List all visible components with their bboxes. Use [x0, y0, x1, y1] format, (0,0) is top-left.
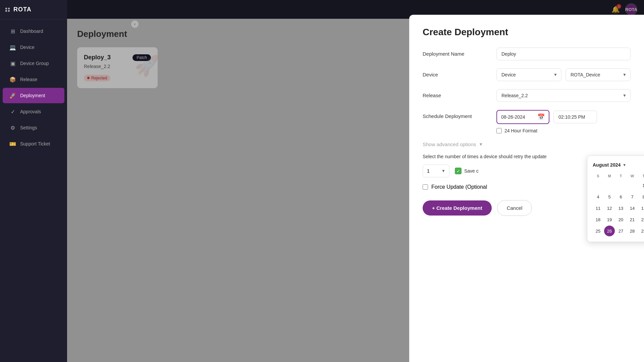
sidebar-item-release[interactable]: 📦 Release: [3, 72, 64, 87]
create-deployment-modal: Create Deployment Deployment Name Device…: [409, 15, 644, 362]
cal-day-13[interactable]: 13: [615, 203, 626, 214]
release-icon: 📦: [9, 76, 16, 83]
sidebar: ROTA ⊞ Dashboard 💻 Device ▣ Device Group…: [0, 0, 67, 362]
cal-day-14[interactable]: 14: [627, 203, 638, 214]
cal-day-8[interactable]: 8: [638, 191, 644, 202]
app-title: ROTA: [13, 6, 32, 13]
schedule-controls: 📅 24 Hour Format: [496, 110, 631, 133]
release-control: Release_2.2 Release_2.1 Release_2.0 ▼: [496, 89, 631, 102]
settings-icon: ⚙: [9, 124, 16, 131]
sidebar-item-label: Device Group: [20, 61, 49, 66]
cal-day-1[interactable]: 1: [638, 180, 644, 191]
cal-day-6[interactable]: 6: [615, 191, 626, 202]
device-row: Device Device Device Group ▼ ROTA_Device…: [423, 68, 631, 81]
sidebar-header: ROTA: [0, 0, 67, 19]
time-input[interactable]: [553, 111, 597, 123]
cal-day-28[interactable]: 28: [627, 226, 638, 236]
cal-day-7[interactable]: 7: [627, 191, 638, 202]
cal-day-5[interactable]: 5: [604, 191, 615, 202]
hour-format-wrap: 24 Hour Format: [496, 128, 537, 133]
hour-format-checkbox[interactable]: [496, 128, 502, 133]
deployment-icon: 🚀: [9, 92, 16, 99]
cal-day-19[interactable]: 19: [604, 214, 615, 225]
qty-select-wrap: 1 2 3 5 ▼: [423, 165, 449, 177]
device-group-icon: ▣: [9, 60, 16, 67]
cal-day-29[interactable]: 29: [638, 226, 644, 236]
force-update-checkbox[interactable]: [423, 184, 428, 190]
cal-header-sun: S: [593, 173, 603, 179]
calendar-month-year: August 2024 ▼: [593, 162, 626, 168]
force-update-label: Force Update (Optional: [431, 184, 487, 190]
cal-day-15[interactable]: 15: [638, 203, 644, 214]
dashboard-icon: ⊞: [9, 28, 16, 35]
device-label: Device: [423, 68, 490, 77]
cal-header-mon: M: [604, 173, 615, 179]
save-label: Save c: [464, 168, 479, 174]
cal-day-27[interactable]: 27: [615, 226, 626, 236]
qty-select[interactable]: 1 2 3 5: [423, 165, 449, 177]
sidebar-item-deployment[interactable]: 🚀 Deployment: [3, 88, 64, 103]
advanced-options-chevron-icon: ▼: [479, 142, 483, 147]
sidebar-item-label: Release: [20, 77, 37, 82]
cal-day-22[interactable]: 22: [638, 214, 644, 225]
date-input-wrap: 📅: [496, 110, 549, 124]
calendar-popup: August 2024 ▼ ‹ › S M T W T F S: [587, 156, 644, 242]
sidebar-item-support-ticket[interactable]: 🎫 Support Ticket: [3, 136, 64, 152]
cal-day-26[interactable]: 26: [604, 226, 615, 236]
hour-format-label: 24 Hour Format: [504, 128, 537, 133]
date-input[interactable]: [501, 114, 535, 120]
deployment-name-control: [496, 48, 631, 60]
release-label: Release: [423, 89, 490, 98]
approvals-icon: ✓: [9, 108, 16, 115]
deployment-name-row: Deployment Name: [423, 48, 631, 60]
save-checkbox-wrap: ✓ Save c: [455, 168, 479, 174]
schedule-row: Schedule Deployment 📅 24 Hour Format: [423, 110, 631, 133]
cal-day-empty: [593, 180, 603, 191]
sidebar-item-label: Deployment: [20, 93, 45, 98]
save-checkbox[interactable]: ✓: [455, 168, 462, 174]
device-icon: 💻: [9, 44, 16, 51]
cal-day-21[interactable]: 21: [627, 214, 638, 225]
support-icon: 🎫: [9, 140, 16, 147]
calendar-grid: S M T W T F S 1 2 3 4 5 6 7 8: [593, 173, 644, 236]
create-deployment-button[interactable]: + Create Deployment: [423, 200, 492, 216]
calendar-dropdown-icon[interactable]: ▼: [623, 163, 626, 167]
cal-day-4[interactable]: 4: [593, 191, 603, 202]
cal-day-empty: [615, 180, 626, 191]
cal-day-12[interactable]: 12: [604, 203, 615, 214]
device-select-group: Device Device Group ▼ ROTA_Device ROTA_D…: [496, 68, 631, 81]
calendar-month-year-label: August 2024: [593, 162, 621, 168]
cal-day-empty: [604, 180, 615, 191]
device-name-select-wrap: ROTA_Device ROTA_Device_2 ▼: [566, 68, 631, 81]
calendar-header: August 2024 ▼ ‹ ›: [593, 161, 644, 169]
release-select[interactable]: Release_2.2 Release_2.1 Release_2.0: [496, 89, 631, 102]
cancel-button[interactable]: Cancel: [497, 200, 532, 216]
device-type-select[interactable]: Device Device Group: [496, 68, 561, 81]
cal-day-empty: [627, 180, 638, 191]
release-select-wrap: Release_2.2 Release_2.1 Release_2.0 ▼: [496, 89, 631, 102]
sidebar-item-dashboard[interactable]: ⊞ Dashboard: [3, 23, 64, 39]
cal-header-tue: T: [615, 173, 626, 179]
advanced-options-label: Show advanced options: [423, 141, 476, 147]
deployment-name-label: Deployment Name: [423, 48, 490, 57]
sidebar-item-device-group[interactable]: ▣ Device Group: [3, 56, 64, 71]
deployment-name-input[interactable]: [496, 48, 631, 60]
modal-title: Create Deployment: [423, 27, 631, 38]
app-logo-dots: [5, 8, 10, 12]
sidebar-item-label: Settings: [20, 125, 37, 130]
schedule-label: Schedule Deployment: [423, 110, 490, 119]
sidebar-item-label: Approvals: [20, 109, 41, 114]
cal-day-11[interactable]: 11: [593, 203, 603, 214]
cal-day-18[interactable]: 18: [593, 214, 603, 225]
cal-day-25[interactable]: 25: [593, 226, 603, 236]
calendar-icon[interactable]: 📅: [537, 113, 545, 121]
cal-day-20[interactable]: 20: [615, 214, 626, 225]
sidebar-item-label: Device: [20, 45, 35, 50]
sidebar-item-label: Support Ticket: [20, 141, 50, 146]
main-content: 🔔 1 ROTA ‹ Deployment Deploy_3 Patch Rel…: [67, 0, 644, 362]
sidebar-item-settings[interactable]: ⚙ Settings: [3, 120, 64, 135]
device-name-select[interactable]: ROTA_Device ROTA_Device_2: [566, 68, 631, 81]
sidebar-item-device[interactable]: 💻 Device: [3, 40, 64, 55]
advanced-options-row[interactable]: Show advanced options ▼: [423, 141, 631, 147]
sidebar-item-approvals[interactable]: ✓ Approvals: [3, 104, 64, 119]
